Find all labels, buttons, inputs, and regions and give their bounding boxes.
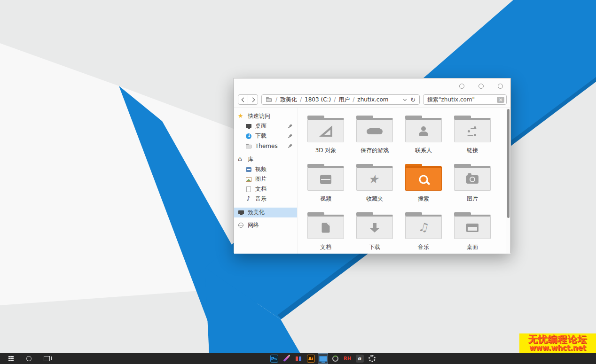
sidebar-item-videos[interactable]: 视频 xyxy=(234,164,297,174)
forward-button[interactable] xyxy=(248,95,258,104)
folder-icon-search xyxy=(405,164,442,191)
sidebar-item-network[interactable]: 网络 xyxy=(234,220,297,230)
folder-icon xyxy=(454,164,491,191)
document-icon xyxy=(245,186,252,193)
folder-icon xyxy=(454,116,491,142)
sidebar-item-themes[interactable]: Themes xyxy=(234,141,297,151)
folder-emblem-icon xyxy=(466,224,478,232)
file-label: 音乐 xyxy=(418,243,429,251)
file-label: 保存的游戏 xyxy=(361,147,389,155)
file-label: 3D 对象 xyxy=(315,147,337,155)
breadcrumb-dropdown-icon[interactable] xyxy=(403,97,407,101)
brush-icon xyxy=(283,356,289,362)
folder-icon xyxy=(266,96,273,103)
sidebar-item-label: 文档 xyxy=(255,185,267,193)
task-view-button[interactable] xyxy=(42,353,51,364)
file-item-desktop[interactable]: 桌面 xyxy=(448,212,497,261)
file-item-pictures[interactable]: 图片 xyxy=(448,164,497,212)
toolbar: / 致美化 / 1803 (C:) / 用户 / zhutix.com ↻ 搜索… xyxy=(234,93,510,108)
sidebar-item-documents[interactable]: 文档 xyxy=(234,184,297,194)
start-button[interactable] xyxy=(6,353,16,364)
sidebar-item-this-pc[interactable]: 致美化 xyxy=(234,208,297,217)
taskbar-ring-app[interactable] xyxy=(330,353,340,364)
sidebar-section-quick-access[interactable]: 快速访问 xyxy=(234,111,297,121)
file-label: 视频 xyxy=(320,195,331,203)
taskbar-photoshop[interactable]: Ps xyxy=(269,353,279,364)
taskbar-illustrator[interactable]: Ai xyxy=(306,353,316,364)
illustrator-icon: Ai xyxy=(307,355,315,363)
window-control-minimize-icon[interactable] xyxy=(459,84,464,89)
scrollbar[interactable] xyxy=(506,108,510,254)
music-icon xyxy=(245,196,252,202)
breadcrumb-segment-userdir[interactable]: zhutix.com xyxy=(357,96,388,103)
breadcrumb-segment-this-pc[interactable]: 致美化 xyxy=(280,96,297,104)
file-item-favorites[interactable]: 收藏夹 xyxy=(350,164,399,212)
breadcrumb-separator: / xyxy=(334,96,336,103)
scrollbar-thumb[interactable] xyxy=(507,109,510,218)
folder-emblem-icon xyxy=(419,126,428,136)
cortana-button[interactable] xyxy=(24,353,33,364)
file-item-music[interactable]: 音乐 xyxy=(399,212,448,261)
taskbar-paint-brush[interactable] xyxy=(281,353,291,364)
file-item-contacts[interactable]: 联系人 xyxy=(399,116,448,164)
window-body: 快速访问 桌面 下载 Themes xyxy=(234,108,510,254)
breadcrumb-segment-users[interactable]: 用户 xyxy=(338,96,350,104)
window-control-close-icon[interactable] xyxy=(498,84,503,89)
taskbar-red-blue-app[interactable] xyxy=(293,353,304,364)
taskbar-rh-app[interactable]: RH xyxy=(342,353,353,364)
file-item-3d-objects[interactable]: 3D 对象 xyxy=(301,116,350,164)
sidebar-item-label: 网络 xyxy=(248,221,259,229)
sidebar-item-label: 视频 xyxy=(255,165,267,173)
file-item-saved-games[interactable]: 保存的游戏 xyxy=(350,116,399,164)
window-control-maximize-icon[interactable] xyxy=(478,84,484,89)
star-icon xyxy=(238,113,245,120)
taskbar-o-app[interactable]: ø xyxy=(354,353,365,364)
breadcrumb-separator: / xyxy=(300,96,302,103)
picture-icon xyxy=(245,176,252,183)
sidebar-item-label: 致美化 xyxy=(248,209,265,217)
pin-icon[interactable] xyxy=(287,132,293,139)
start-grid-icon xyxy=(8,356,14,361)
folder-emblem-icon xyxy=(369,223,380,232)
taskbar-file-explorer[interactable] xyxy=(318,353,328,364)
breadcrumb-segment-drive[interactable]: 1803 (C:) xyxy=(305,96,331,103)
file-label: 联系人 xyxy=(415,147,432,155)
file-item-searches[interactable]: 搜索 xyxy=(399,164,448,212)
folder-icon xyxy=(307,164,344,191)
pin-icon[interactable] xyxy=(287,123,293,129)
taskbar-settings[interactable] xyxy=(367,353,377,364)
watermark-url: www.whct.net xyxy=(519,345,596,352)
search-box[interactable]: 搜索"zhutix.com" × xyxy=(423,94,507,105)
window-titlebar[interactable] xyxy=(234,78,510,93)
search-input[interactable]: 搜索"zhutix.com" xyxy=(427,96,497,104)
sidebar-item-label: 音乐 xyxy=(255,195,267,203)
pin-icon[interactable] xyxy=(287,142,293,149)
breadcrumb[interactable]: / 致美化 / 1803 (C:) / 用户 / zhutix.com ↻ xyxy=(261,94,420,105)
file-label: 图片 xyxy=(467,195,478,203)
folder-icon xyxy=(454,212,491,239)
file-item-videos[interactable]: 视频 xyxy=(301,164,350,212)
sidebar-section-libraries[interactable]: 库 xyxy=(234,155,297,164)
file-item-downloads[interactable]: 下载 xyxy=(350,212,399,261)
clear-search-icon[interactable]: × xyxy=(497,97,504,103)
folder-icon xyxy=(356,164,393,191)
sidebar-item-desktop[interactable]: 桌面 xyxy=(234,121,297,131)
folder-icon xyxy=(405,212,442,239)
folder-icon xyxy=(307,116,344,142)
folder-emblem-icon xyxy=(467,126,478,136)
refresh-icon[interactable]: ↻ xyxy=(410,97,416,103)
folder-icon xyxy=(356,116,393,142)
file-item-links[interactable]: 链接 xyxy=(448,116,497,164)
folder-emblem-icon xyxy=(368,128,381,134)
file-explorer-window: / 致美化 / 1803 (C:) / 用户 / zhutix.com ↻ 搜索… xyxy=(234,78,511,253)
back-button[interactable] xyxy=(238,95,248,104)
sidebar-item-label: 桌面 xyxy=(255,122,267,130)
red-blue-app-icon xyxy=(295,355,302,363)
folder-emblem-icon xyxy=(320,175,331,184)
file-grid: 3D 对象 保存的游戏 联系人 链接 视频 xyxy=(298,108,506,254)
sidebar-item-pictures[interactable]: 图片 xyxy=(234,174,297,184)
file-item-documents[interactable]: 文档 xyxy=(301,212,350,261)
file-label: 下载 xyxy=(369,243,380,251)
sidebar-item-music[interactable]: 音乐 xyxy=(234,194,297,204)
sidebar-item-downloads[interactable]: 下载 xyxy=(234,131,297,141)
